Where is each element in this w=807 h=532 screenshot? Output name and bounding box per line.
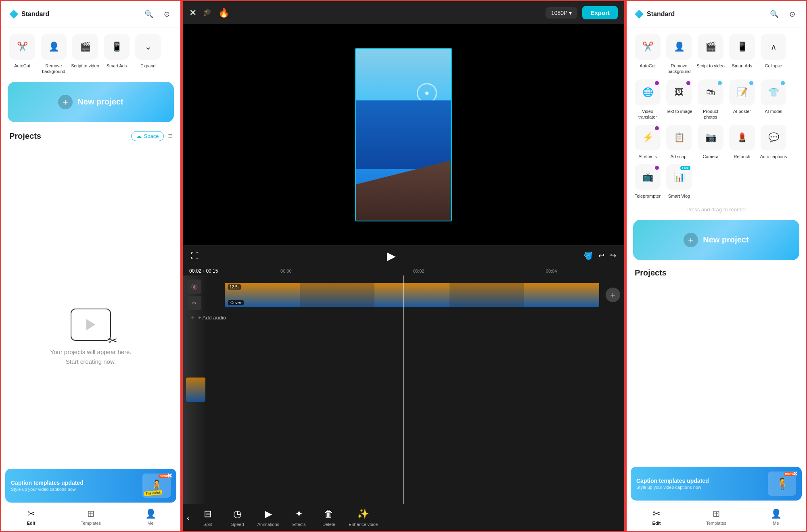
ai-effects-icon: ⚡ xyxy=(642,132,653,143)
right-settings-icon[interactable]: ⊙ xyxy=(786,8,798,20)
right-tool-smart-ads[interactable]: 📱 Smart Ads xyxy=(728,34,757,75)
search-icon[interactable]: 🔍 xyxy=(143,8,155,20)
animations-label: Animations xyxy=(257,522,279,527)
clip-frame-5 xyxy=(524,283,599,307)
add-clip-button[interactable]: ＋ xyxy=(606,288,620,302)
undo-icon[interactable]: ↩ xyxy=(598,251,604,260)
right-tool-smart-vlog[interactable]: 📊 Free Smart Vlog xyxy=(665,164,694,199)
tool-split[interactable]: ⊟ Split xyxy=(198,508,218,527)
tool-delete[interactable]: 🗑 Delete xyxy=(319,508,339,527)
tool-effects[interactable]: ✦ Effects xyxy=(289,508,309,527)
redo-icon[interactable]: ↪ xyxy=(610,251,616,260)
clip-frame-3 xyxy=(374,283,449,307)
play-button[interactable]: ▶ xyxy=(387,249,396,263)
right-notification-banner[interactable]: Caption templates updated Style up your … xyxy=(631,467,802,501)
right-tool-grid-row1: ✂️ AutoCut 👤 Remove background 🎬 Script … xyxy=(627,27,806,78)
right-templates-label: Templates xyxy=(706,521,726,526)
new-project-label: New project xyxy=(77,97,123,106)
auto-captions-label: Auto captions xyxy=(760,154,787,159)
new-project-button[interactable]: ＋ New project xyxy=(8,82,174,122)
smart-ads-icon: 📱 xyxy=(111,42,122,52)
tool-autocut-icon-box: ✂️ xyxy=(9,34,35,60)
right-nav-edit[interactable]: ✂ Edit xyxy=(627,503,686,531)
tool-autocut[interactable]: ✂️ AutoCut xyxy=(8,34,37,75)
right-tool-video-translator[interactable]: 🌐 Video translator xyxy=(633,79,662,120)
camera-icon: 📷 xyxy=(705,132,716,143)
resolution-chevron: ▾ xyxy=(569,10,572,16)
nav-templates-left[interactable]: ⊞ Templates xyxy=(61,503,121,531)
right-me-icon: 👤 xyxy=(771,509,782,519)
right-tool-ai-model[interactable]: 👕 AI model xyxy=(759,79,788,120)
right-projects-header: Projects xyxy=(627,263,806,281)
left-bottom-nav: ✂ Edit ⊞ Templates 👤 Me xyxy=(1,503,180,531)
clip-thumbnail xyxy=(225,283,599,307)
right-new-project-button[interactable]: ＋ New project xyxy=(633,220,799,260)
resolution-button[interactable]: 1080P ▾ xyxy=(546,7,577,19)
me-icon: 👤 xyxy=(145,509,156,519)
tool-smart-ads[interactable]: 📱 Smart Ads xyxy=(102,34,131,75)
app-name: Standard xyxy=(21,10,49,18)
fullscreen-button[interactable]: ⛶ xyxy=(191,251,199,261)
tool-script-to-video[interactable]: 🎬 Script to video xyxy=(71,34,100,75)
right-nav-templates[interactable]: ⊞ Templates xyxy=(686,503,746,531)
smart-vlog-icon: 📊 xyxy=(674,172,685,182)
right-tool-script[interactable]: 🎬 Script to video xyxy=(696,34,725,75)
tool-smart-ads-label: Smart Ads xyxy=(107,63,127,69)
ruler-mark-2: 00:04 xyxy=(546,269,557,273)
me-label: Me xyxy=(147,521,153,526)
ad-script-label: Ad script xyxy=(671,154,688,159)
dock xyxy=(356,161,451,221)
nav-edit[interactable]: ✂ Edit xyxy=(1,503,61,531)
tool-animations[interactable]: ▶ Animations xyxy=(257,508,279,527)
play-triangle xyxy=(86,319,95,330)
right-tool-teleprompter[interactable]: 📺 Teleprompter xyxy=(633,164,662,199)
toolbar-tools: ⊟ Split ◷ Speed ▶ Animations ✦ Effects 🗑… xyxy=(194,508,382,527)
tool-remove-bg[interactable]: 👤 Remove background xyxy=(39,34,68,75)
notif-text: Caption templates updated Style up your … xyxy=(11,480,138,492)
right-tool-ai-poster[interactable]: 📝 AI poster xyxy=(728,79,757,120)
right-tool-product-photos[interactable]: 🛍 Product photos xyxy=(696,79,725,120)
right-tool-remove-bg[interactable]: 👤 Remove background xyxy=(665,34,694,75)
flame-icon[interactable]: 🔥 xyxy=(218,8,229,18)
smart-vlog-label: Smart Vlog xyxy=(668,193,690,199)
tool-expand[interactable]: ⌄ Expand xyxy=(134,34,163,75)
nav-me-left[interactable]: 👤 Me xyxy=(121,503,180,531)
right-tool-camera[interactable]: 📷 Camera xyxy=(696,125,725,159)
right-tool-ai-effects[interactable]: ⚡ AI effects xyxy=(633,125,662,159)
list-view-icon[interactable]: ≡ xyxy=(168,132,172,140)
left-panel: Standard 🔍 ⊙ ✂️ AutoCut 👤 Remove backgro… xyxy=(0,0,182,532)
right-plus-icon: ＋ xyxy=(684,233,698,247)
tool-speed[interactable]: ◷ Speed xyxy=(228,508,248,527)
right-search-icon[interactable]: 🔍 xyxy=(769,8,780,20)
tool-enhance-voice[interactable]: ✨ Enhance voice xyxy=(349,508,378,527)
paint-bucket-icon[interactable]: 🪣 xyxy=(584,251,593,260)
clip-strip[interactable]: 12.5s Cover xyxy=(225,283,599,307)
right-nav-me[interactable]: 👤 Me xyxy=(746,503,806,531)
right-tool-collapse[interactable]: ∧ Collapse xyxy=(759,34,788,75)
tool-expand-label: Expand xyxy=(140,63,155,69)
right-tool-text-to-image[interactable]: 🖼 Text to image xyxy=(665,79,694,120)
playback-bar: ⛶ ▶ 🪣 ↩ ↪ xyxy=(183,245,624,267)
export-button[interactable]: Export xyxy=(582,6,618,19)
settings-icon[interactable]: ⊙ xyxy=(161,8,172,20)
space-label: Space xyxy=(144,133,159,139)
right-smart-ads-icon: 📱 xyxy=(737,42,748,52)
cap-icon[interactable]: 🎓 xyxy=(203,8,212,18)
left-notification-banner[interactable]: Caption templates updated Style up your … xyxy=(5,469,176,503)
video-overlay xyxy=(356,49,451,221)
close-button[interactable]: ✕ xyxy=(189,8,197,18)
notif-close-button[interactable]: ✕ xyxy=(167,472,172,480)
right-notif-close-button[interactable]: ✕ xyxy=(792,470,798,478)
right-tool-ad-script[interactable]: 📋 Ad script xyxy=(665,125,694,159)
split-icon: ⊟ xyxy=(204,508,212,519)
split-label: Split xyxy=(203,522,212,527)
center-header: ✕ 🎓 🔥 1080P ▾ Export xyxy=(183,1,624,24)
space-button[interactable]: ☁ Space xyxy=(131,131,164,141)
right-tool-retouch[interactable]: 💄 Retouch xyxy=(728,125,757,159)
right-tool-auto-captions[interactable]: 💬 Auto captions xyxy=(759,125,788,159)
ferris-center xyxy=(425,92,429,95)
right-tool-autocut[interactable]: ✂️ AutoCut xyxy=(633,34,662,75)
right-autocut-icon: ✂️ xyxy=(642,42,653,52)
right-notif-text: Caption templates updated Style up your … xyxy=(636,478,764,490)
toolbar-back-arrow[interactable]: ‹ xyxy=(183,513,194,522)
